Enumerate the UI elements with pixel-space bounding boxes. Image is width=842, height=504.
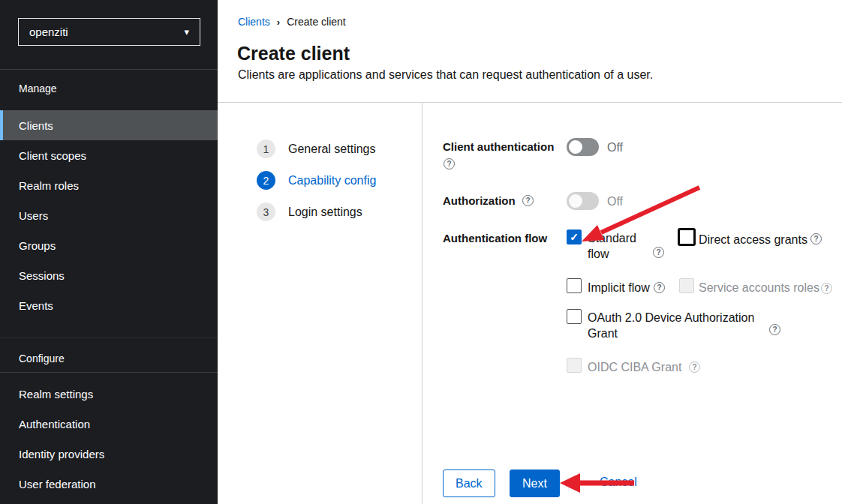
help-icon[interactable]: ? bbox=[821, 283, 832, 294]
wizard-step-general-settings[interactable]: 1 General settings bbox=[257, 140, 376, 158]
page-title: Create client bbox=[237, 43, 350, 64]
next-button[interactable]: Next bbox=[510, 470, 560, 497]
step-number-badge: 3 bbox=[257, 202, 275, 221]
step-number-badge: 1 bbox=[257, 140, 275, 158]
implicit-flow-checkbox-label[interactable]: Implicit flow bbox=[588, 280, 650, 296]
page-subtitle: Clients are applications and services th… bbox=[238, 68, 653, 82]
wizard-step-capability-config[interactable]: 2 Capability config bbox=[257, 171, 376, 190]
sidebar-divider bbox=[0, 372, 218, 373]
service-accounts-roles-checkbox bbox=[679, 278, 694, 293]
help-icon[interactable]: ? bbox=[522, 195, 534, 206]
sidebar: openziti ▾ Manage Clients Client scopes … bbox=[0, 0, 218, 504]
chevron-right-icon: › bbox=[277, 16, 280, 28]
direct-access-grants-checkbox-label[interactable]: Direct access grants bbox=[699, 232, 807, 248]
sidebar-item-realm-roles[interactable]: Realm roles bbox=[0, 170, 218, 200]
step-label: Capability config bbox=[288, 174, 376, 188]
help-icon[interactable]: ? bbox=[444, 158, 455, 170]
sidebar-item-client-scopes[interactable]: Client scopes bbox=[0, 140, 218, 170]
sidebar-divider bbox=[0, 69, 218, 70]
breadcrumb-clients-link[interactable]: Clients bbox=[238, 16, 270, 28]
main-content: Clients › Create client Create client Cl… bbox=[218, 0, 842, 504]
back-button[interactable]: Back bbox=[443, 470, 495, 497]
sidebar-item-groups[interactable]: Groups bbox=[0, 230, 218, 260]
sidebar-item-realm-settings[interactable]: Realm settings bbox=[0, 379, 218, 409]
step-label: Login settings bbox=[288, 206, 362, 219]
toggle-knob bbox=[569, 194, 582, 208]
implicit-flow-checkbox[interactable] bbox=[567, 278, 582, 293]
sidebar-item-users[interactable]: Users bbox=[0, 200, 218, 230]
help-icon[interactable]: ? bbox=[653, 247, 664, 258]
client-authentication-label: Client authentication bbox=[443, 140, 554, 153]
standard-flow-checkbox[interactable]: ✓ bbox=[567, 230, 582, 244]
sidebar-item-clients[interactable]: Clients bbox=[0, 110, 218, 140]
capability-config-form: Client authentication ? Off Authorizatio… bbox=[423, 103, 842, 504]
sidebar-item-sessions[interactable]: Sessions bbox=[0, 260, 218, 290]
help-icon[interactable]: ? bbox=[689, 362, 700, 373]
client-authentication-toggle[interactable] bbox=[567, 138, 599, 156]
breadcrumb-current: Create client bbox=[287, 16, 346, 28]
direct-access-grants-checkbox[interactable] bbox=[678, 228, 696, 246]
realm-selector-dropdown[interactable]: openziti ▾ bbox=[18, 18, 200, 46]
authentication-flow-label: Authentication flow bbox=[443, 232, 547, 244]
cancel-link[interactable]: Cancel bbox=[600, 476, 637, 489]
wizard-step-login-settings[interactable]: 3 Login settings bbox=[257, 202, 362, 221]
keycloak-admin-console: openziti ▾ Manage Clients Client scopes … bbox=[0, 0, 842, 504]
realm-name: openziti bbox=[29, 26, 68, 38]
sidebar-item-user-federation[interactable]: User federation bbox=[0, 469, 218, 499]
breadcrumb: Clients › Create client bbox=[238, 16, 346, 28]
sidebar-item-events[interactable]: Events bbox=[0, 290, 218, 320]
oidc-ciba-grant-checkbox-label: OIDC CIBA Grant bbox=[588, 359, 681, 375]
oauth-device-grant-checkbox[interactable] bbox=[567, 309, 582, 324]
sidebar-divider bbox=[0, 338, 218, 338]
authorization-state: Off bbox=[607, 195, 623, 208]
nav-group-manage: Clients Client scopes Realm roles Users … bbox=[0, 110, 218, 320]
wizard-steps-panel: 1 General settings 2 Capability config 3… bbox=[218, 103, 423, 504]
oauth-device-grant-checkbox-label[interactable]: OAuth 2.0 Device Authorization Grant bbox=[588, 310, 765, 341]
authorization-label: Authorization bbox=[443, 194, 516, 207]
caret-down-icon: ▾ bbox=[184, 26, 189, 38]
authorization-toggle bbox=[567, 192, 599, 210]
nav-section-configure: Configure bbox=[19, 352, 65, 364]
help-icon[interactable]: ? bbox=[810, 233, 822, 244]
sidebar-item-authentication[interactable]: Authentication bbox=[0, 409, 218, 439]
standard-flow-checkbox-label[interactable]: Standard flow bbox=[588, 230, 646, 262]
client-authentication-state: Off bbox=[607, 141, 623, 154]
oidc-ciba-grant-checkbox bbox=[567, 358, 582, 373]
step-label: General settings bbox=[288, 142, 376, 156]
check-icon: ✓ bbox=[570, 231, 579, 243]
toggle-knob bbox=[569, 140, 582, 154]
step-number-badge: 2 bbox=[257, 171, 275, 190]
service-accounts-roles-checkbox-label: Service accounts roles bbox=[699, 280, 819, 296]
help-icon[interactable]: ? bbox=[769, 324, 780, 335]
sidebar-item-identity-providers[interactable]: Identity providers bbox=[0, 439, 218, 469]
wizard-content: 1 General settings 2 Capability config 3… bbox=[218, 103, 842, 504]
help-icon[interactable]: ? bbox=[654, 282, 665, 293]
nav-group-configure: Realm settings Authentication Identity p… bbox=[0, 379, 218, 499]
nav-section-manage: Manage bbox=[19, 82, 57, 94]
